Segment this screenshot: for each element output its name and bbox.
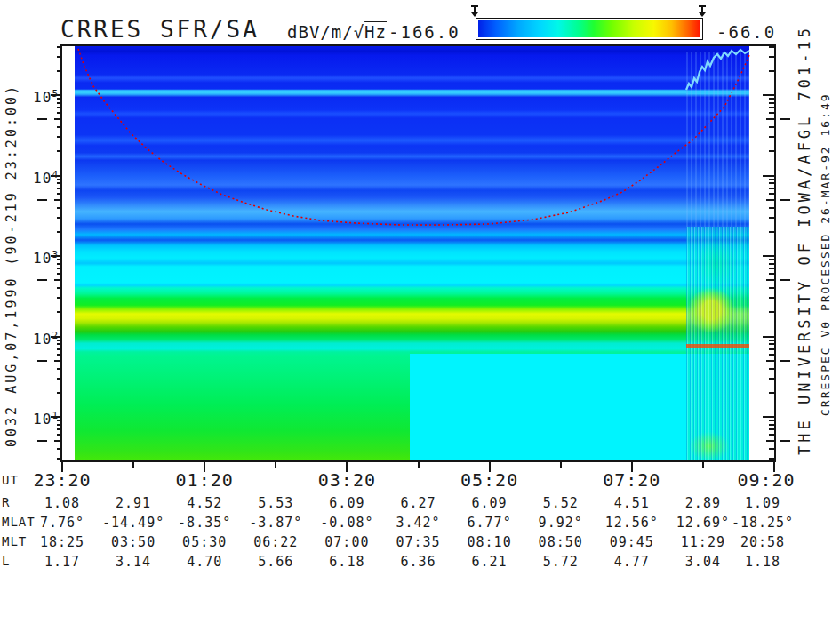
axis-tick xyxy=(57,273,62,275)
axis-tick xyxy=(769,217,774,219)
ephemeris-cell: 05:30 xyxy=(182,534,227,550)
axis-tick xyxy=(54,360,62,362)
row-label-mlat: MLAT xyxy=(2,515,36,529)
axis-tick xyxy=(57,193,62,195)
axis-tick xyxy=(275,460,276,468)
ephemeris-cell: 6.77° xyxy=(468,515,512,531)
axis-tick xyxy=(57,392,62,394)
x-axis-time-label: 05:20 xyxy=(460,469,518,491)
colorbar-min-value: -166.0 xyxy=(388,22,460,42)
ephemeris-cell: 2.89 xyxy=(685,495,721,511)
axis-tick xyxy=(769,420,774,421)
ephemeris-cell: 6.27 xyxy=(400,495,436,511)
ephemeris-cell: -3.87° xyxy=(249,515,302,531)
axis-tick xyxy=(132,460,134,468)
axis-tick xyxy=(766,199,774,201)
axis-tick xyxy=(37,440,47,442)
ephemeris-cell: -0.08° xyxy=(320,515,373,531)
ephemeris-cell: 1.09 xyxy=(745,495,780,511)
axis-tick xyxy=(769,311,774,313)
ephemeris-cell: 09:45 xyxy=(610,534,654,550)
axis-tick xyxy=(769,188,774,189)
axis-tick xyxy=(54,118,62,120)
spectrogram-plot-frame: 101102103104105 xyxy=(60,44,776,462)
axis-tick xyxy=(769,136,774,138)
axis-tick xyxy=(57,46,62,48)
axis-tick xyxy=(766,279,774,281)
ephemeris-cell: 6.09 xyxy=(472,495,508,511)
axis-tick xyxy=(780,199,790,201)
ephemeris-cell: 12.56° xyxy=(605,515,659,531)
axis-tick xyxy=(769,448,774,450)
colorbar xyxy=(476,18,703,40)
axis-tick xyxy=(769,378,774,380)
axis-tick xyxy=(769,424,774,426)
axis-tick xyxy=(766,440,774,442)
ephemeris-cell: 4.77 xyxy=(614,554,650,570)
x-axis-time-label: 09:20 xyxy=(737,469,795,491)
orbit-date-label: 0032 AUG,07,1990 (90-219 23:20:00) xyxy=(4,84,20,447)
colorbar-pin-icon xyxy=(470,5,479,17)
processing-info-label: CRRESPEC V0 PROCESSED 26-MAR-92 16:49 xyxy=(819,92,832,416)
axis-tick xyxy=(54,199,62,201)
ephemeris-cell: -8.35° xyxy=(178,515,231,531)
axis-tick xyxy=(769,98,774,100)
ephemeris-cell: 5.53 xyxy=(258,495,293,511)
ephemeris-cell: 06:22 xyxy=(253,534,298,550)
ephemeris-cell: 12.69° xyxy=(676,515,730,531)
ephemeris-cell: 6.21 xyxy=(472,554,508,570)
colorbar-gradient xyxy=(478,20,700,37)
axis-tick xyxy=(769,340,774,341)
axis-tick xyxy=(763,94,774,96)
axis-tick xyxy=(57,434,62,436)
axis-tick xyxy=(57,231,62,233)
ephemeris-cell: -14.49° xyxy=(102,515,164,531)
axis-tick xyxy=(763,416,774,418)
ephemeris-cell: 08:50 xyxy=(539,534,583,550)
axis-tick xyxy=(57,354,62,356)
axis-tick xyxy=(769,182,774,184)
ephemeris-cell: 5.66 xyxy=(258,554,293,570)
axis-tick xyxy=(780,118,790,120)
x-axis-time-label: 01:20 xyxy=(176,469,234,491)
ephemeris-cell: 1.08 xyxy=(44,495,80,511)
sqrt-symbol: √ xyxy=(354,22,364,42)
ephemeris-cell: 4.52 xyxy=(187,495,222,511)
uhr-trace xyxy=(686,50,749,90)
crres-spectrogram-page: CRRES SFR/SA dBV/m/√Hz -166.0 -66.0 1011… xyxy=(0,0,840,640)
axis-tick xyxy=(57,136,62,138)
ephemeris-cell: 6.36 xyxy=(400,554,436,570)
ephemeris-cell: 3.04 xyxy=(685,554,721,570)
axis-tick xyxy=(769,193,774,195)
axis-tick xyxy=(418,460,420,468)
axis-tick xyxy=(37,279,47,281)
axis-tick xyxy=(37,360,47,362)
row-label-l: L xyxy=(2,554,10,568)
axis-tick xyxy=(769,207,774,209)
axis-tick xyxy=(769,231,774,233)
axis-tick xyxy=(57,56,62,58)
axis-tick xyxy=(769,273,774,275)
page-title: CRRES SFR/SA xyxy=(60,16,260,43)
axis-tick xyxy=(769,348,774,350)
y-axis-label: 104 xyxy=(23,166,59,188)
colorbar-max-value: -66.0 xyxy=(716,22,776,42)
ephemeris-cell: 03:50 xyxy=(111,534,156,550)
axis-tick xyxy=(37,199,47,201)
ephemeris-cell: 7.76° xyxy=(40,515,84,531)
axis-tick xyxy=(57,126,62,128)
axis-tick xyxy=(57,207,62,209)
axis-tick xyxy=(769,392,774,394)
axis-tick xyxy=(37,118,47,120)
row-label-r: R xyxy=(2,495,10,509)
axis-tick xyxy=(763,336,774,338)
axis-tick xyxy=(54,440,62,442)
ephemeris-cell: 20:58 xyxy=(740,534,785,550)
axis-tick xyxy=(769,268,774,269)
y-axis-label: 101 xyxy=(23,407,59,428)
colorbar-units-label: dBV/m/√Hz xyxy=(287,22,387,42)
y-axis-label: 102 xyxy=(23,327,59,348)
axis-tick xyxy=(57,150,62,152)
axis-tick xyxy=(769,107,774,108)
axis-tick xyxy=(57,311,62,313)
